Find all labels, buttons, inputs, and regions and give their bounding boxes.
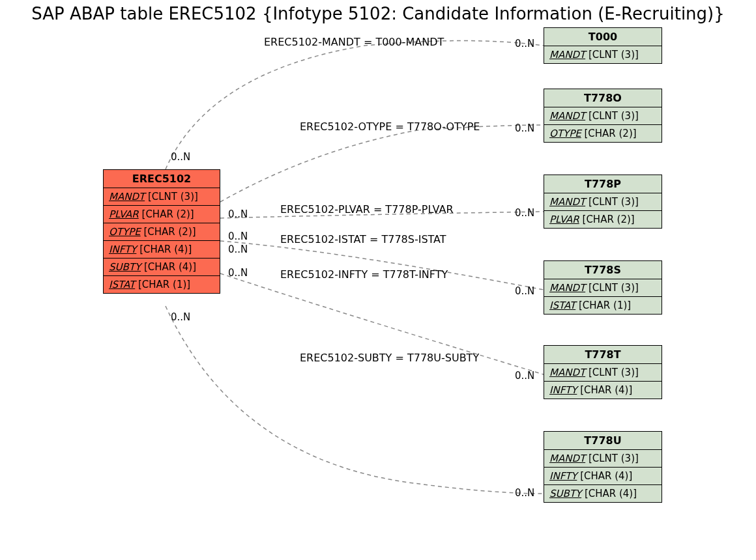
- table-t778p: T778P MANDT [CLNT (3)] PLVAR [CHAR (2)]: [544, 175, 662, 229]
- field-row: SUBTY [CHAR (4)]: [544, 485, 662, 502]
- relation-label-otype: EREC5102-OTYPE = T778O-OTYPE: [300, 120, 480, 133]
- field-row: MANDT [CLNT (3)]: [544, 107, 662, 125]
- field-row: INFTY [CHAR (4)]: [104, 241, 220, 259]
- connector-subty: [166, 306, 544, 494]
- field-row: PLVAR [CHAR (2)]: [544, 211, 662, 228]
- table-header: T778S: [544, 261, 662, 279]
- relation-label-istat: EREC5102-ISTAT = T778S-ISTAT: [280, 233, 446, 245]
- cardinality-label: 0..N: [171, 151, 190, 163]
- cardinality-label: 0..N: [515, 487, 534, 499]
- table-t778o: T778O MANDT [CLNT (3)] OTYPE [CHAR (2)]: [544, 89, 662, 143]
- table-t778t: T778T MANDT [CLNT (3)] INFTY [CHAR (4)]: [544, 345, 662, 399]
- table-erec5102: EREC5102 MANDT [CLNT (3)] PLVAR [CHAR (2…: [103, 169, 220, 294]
- connector-istat: [220, 241, 544, 290]
- table-header: EREC5102: [104, 170, 220, 188]
- field-row: INFTY [CHAR (4)]: [544, 382, 662, 399]
- connector-otype: [220, 125, 544, 202]
- field-row: ISTAT [CHAR (1)]: [104, 276, 220, 293]
- cardinality-label: 0..N: [515, 370, 534, 382]
- cardinality-label: 0..N: [228, 244, 248, 255]
- field-row: MANDT [CLNT (3)]: [544, 46, 662, 63]
- table-header: T000: [544, 28, 662, 46]
- cardinality-label: 0..N: [228, 267, 248, 279]
- field-row: OTYPE [CHAR (2)]: [544, 125, 662, 142]
- cardinality-label: 0..N: [171, 311, 190, 323]
- field-row: PLVAR [CHAR (2)]: [104, 206, 220, 223]
- field-row: MANDT [CLNT (3)]: [544, 450, 662, 468]
- table-header: T778P: [544, 175, 662, 193]
- relation-label-subty: EREC5102-SUBTY = T778U-SUBTY: [300, 352, 479, 364]
- cardinality-label: 0..N: [515, 207, 534, 219]
- cardinality-label: 0..N: [515, 285, 534, 297]
- cardinality-label: 0..N: [515, 122, 534, 134]
- table-header: T778O: [544, 89, 662, 107]
- table-t778u: T778U MANDT [CLNT (3)] INFTY [CHAR (4)] …: [544, 431, 662, 503]
- field-row: INFTY [CHAR (4)]: [544, 468, 662, 485]
- cardinality-label: 0..N: [228, 231, 248, 242]
- cardinality-label: 0..N: [228, 208, 248, 220]
- field-row: MANDT [CLNT (3)]: [544, 193, 662, 211]
- table-header: T778U: [544, 432, 662, 450]
- field-row: SUBTY [CHAR (4)]: [104, 259, 220, 276]
- relation-label-mandt: EREC5102-MANDT = T000-MANDT: [264, 36, 444, 48]
- field-row: MANDT [CLNT (3)]: [544, 279, 662, 297]
- table-t778s: T778S MANDT [CLNT (3)] ISTAT [CHAR (1)]: [544, 260, 662, 315]
- table-header: T778T: [544, 346, 662, 364]
- relation-label-plvar: EREC5102-PLVAR = T778P-PLVAR: [280, 203, 454, 216]
- erd-canvas: { "title": "SAP ABAP table EREC5102 {Inf…: [0, 0, 756, 560]
- field-row: OTYPE [CHAR (2)]: [104, 223, 220, 241]
- cardinality-label: 0..N: [515, 38, 534, 49]
- connector-mandt: [166, 41, 544, 170]
- table-t000: T000 MANDT [CLNT (3)]: [544, 27, 662, 64]
- field-row: MANDT [CLNT (3)]: [544, 364, 662, 382]
- relation-label-infty: EREC5102-INFTY = T778T-INFTY: [280, 268, 448, 281]
- field-row: MANDT [CLNT (3)]: [104, 188, 220, 206]
- field-row: ISTAT [CHAR (1)]: [544, 297, 662, 314]
